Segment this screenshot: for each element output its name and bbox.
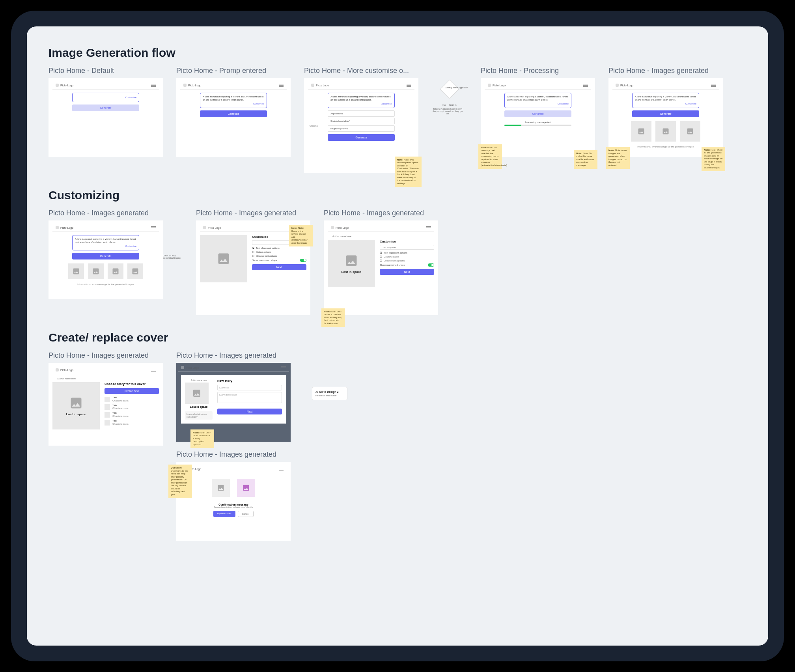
- artboard-customise-preview[interactable]: Picto Home - Images generated Picto Logo…: [324, 209, 438, 315]
- menu-icon[interactable]: [279, 84, 284, 87]
- design-canvas[interactable]: Image Generation flow Picto Home - Defau…: [27, 26, 768, 646]
- artboard-default[interactable]: Picto Home - Default Picto Logo Customis…: [49, 67, 163, 157]
- prompt-input[interactable]: A lone astronaut exploring a vibrant, bi…: [504, 93, 571, 108]
- sticky-note[interactable]: Note: Note: No message text here but the…: [478, 144, 502, 169]
- menu-icon[interactable]: [583, 84, 588, 87]
- prompt-input[interactable]: A lone astronaut exploring a vibrant, bi…: [632, 93, 699, 108]
- generate-button[interactable]: Generate: [632, 110, 699, 117]
- sticky-note[interactable]: Question: Question: do we need this step…: [168, 465, 192, 498]
- logo-icon: [331, 226, 334, 229]
- image-placeholder[interactable]: [680, 121, 700, 142]
- toggle-switch[interactable]: [428, 263, 434, 267]
- next-button[interactable]: Next: [252, 264, 306, 270]
- customise-link[interactable]: Customise: [685, 103, 696, 106]
- title-input[interactable]: Lost in space: [380, 245, 434, 250]
- menu-icon[interactable]: [151, 226, 156, 229]
- image-placeholder[interactable]: [88, 263, 104, 279]
- colour-option[interactable]: Colour options: [252, 251, 306, 253]
- story-thumb-icon: [105, 404, 110, 410]
- sticky-note[interactable]: Note: Note: user must have name + story …: [190, 429, 214, 448]
- redirect-card[interactable]: AI Go to Design 2 Redirects into editor: [312, 387, 347, 400]
- artboard-processing[interactable]: Picto Home - Processing Picto Logo A lon…: [481, 67, 595, 157]
- menu-icon[interactable]: [151, 84, 156, 87]
- prompt-input[interactable]: A lone astronaut exploring a vibrant, bi…: [200, 93, 267, 108]
- story-item[interactable]: TitleChapters count: [105, 420, 159, 426]
- image-placeholder[interactable]: [68, 263, 84, 279]
- diamond-icon: Already a user logged in?: [440, 80, 459, 99]
- menu-icon[interactable]: [279, 468, 284, 470]
- preview-image[interactable]: [200, 235, 247, 282]
- create-new-button[interactable]: Create new: [105, 388, 159, 394]
- radio-icon: [252, 247, 254, 249]
- alignment-option[interactable]: Text alignment options: [252, 247, 306, 249]
- prompt-input[interactable]: A lone astronaut exploring a vibrant, bi…: [72, 235, 139, 250]
- generate-button[interactable]: Generate: [200, 110, 267, 117]
- artboard-prompt-entered[interactable]: Picto Home - Promp entered Picto Logo A …: [176, 67, 291, 157]
- current-cover[interactable]: [212, 479, 230, 497]
- colour-option[interactable]: Colour options: [380, 256, 434, 258]
- generate-button[interactable]: Generate: [328, 134, 395, 141]
- prompt-text: A lone astronaut exploring a vibrant, bi…: [330, 95, 391, 101]
- option-negative[interactable]: Negative prompt: [328, 125, 395, 132]
- artboard-images-generated[interactable]: Picto Home - Images generated Picto Logo…: [49, 209, 163, 299]
- generate-button[interactable]: Generate: [72, 253, 139, 259]
- sticky-note[interactable]: Note: Note: To make this more usable add…: [574, 150, 597, 169]
- update-cover-button[interactable]: Update cover: [213, 511, 235, 517]
- font-option[interactable]: Choose font options: [380, 259, 434, 262]
- prompt-input[interactable]: Customise: [72, 93, 139, 102]
- image-icon: [217, 484, 225, 492]
- artboard-customise-panel[interactable]: Picto Home - Images generated Picto Logo…: [196, 209, 310, 315]
- option-style[interactable]: Style (placeholder): [328, 118, 395, 124]
- font-option[interactable]: Choose font options: [252, 255, 306, 257]
- modal-next-button[interactable]: Next: [217, 409, 282, 414]
- toggle-option[interactable]: Show maintained shape: [380, 263, 434, 267]
- customise-link[interactable]: Customise: [125, 96, 136, 99]
- image-placeholder[interactable]: [631, 121, 651, 142]
- flow-row-generation: Picto Home - Default Picto Logo Customis…: [49, 67, 746, 173]
- preview-image[interactable]: Lost in space: [52, 382, 100, 429]
- menu-icon[interactable]: [407, 84, 411, 87]
- generate-button[interactable]: Generate: [72, 105, 139, 111]
- image-placeholder[interactable]: [127, 263, 143, 279]
- image-placeholder[interactable]: [655, 121, 676, 142]
- customise-link[interactable]: Customise: [125, 245, 136, 248]
- menu-icon[interactable]: [426, 226, 431, 229]
- artboard-customise-options[interactable]: Picto Home - More customise o... Picto L…: [304, 67, 418, 173]
- preview-image[interactable]: Lost in space: [328, 240, 375, 287]
- annotation-click-any: Click on any generated image: [163, 254, 187, 259]
- story-list: Choose story for this cover Create new T…: [105, 382, 159, 429]
- menu-icon[interactable]: [711, 84, 716, 87]
- sticky-note[interactable]: Note: Note: this custom panel opens on c…: [395, 157, 422, 187]
- alignment-option[interactable]: Text alignment options: [380, 252, 434, 254]
- customise-link[interactable]: Customise: [253, 103, 264, 106]
- sticky-note[interactable]: Note: Note: once images are generated sh…: [606, 147, 630, 169]
- decision-node[interactable]: Already a user logged in? No → Sign in T…: [432, 82, 467, 115]
- next-button[interactable]: Next: [380, 269, 434, 275]
- toggle-switch[interactable]: [300, 259, 306, 262]
- toggle-option[interactable]: Show maintained shape: [252, 259, 306, 262]
- sticky-note[interactable]: Note: Note: show all the generated image…: [702, 147, 725, 172]
- story-item[interactable]: TitleChapters count: [105, 412, 159, 418]
- menu-icon[interactable]: [151, 369, 156, 371]
- modal-desc-input[interactable]: Story description: [217, 392, 282, 403]
- artboard-replace-cover[interactable]: Picto Home - Images generated Picto Logo…: [176, 450, 291, 541]
- generate-button[interactable]: Generate: [504, 110, 571, 117]
- artboard-choose-story[interactable]: Picto Home - Images generated Picto Logo…: [49, 351, 163, 446]
- artboard-images-generated[interactable]: Picto Home - Images generated Picto Logo…: [608, 67, 723, 157]
- modal-title-input[interactable]: Story title: [217, 385, 282, 390]
- artboard-new-story-modal[interactable]: Picto Home - Images generated Picto Logo…: [176, 351, 291, 442]
- options-panel: Aspect ratio Style (placeholder) Negativ…: [328, 110, 395, 132]
- customise-link[interactable]: Customise: [558, 103, 569, 106]
- option-aspect[interactable]: Aspect ratio: [328, 110, 395, 117]
- image-placeholder[interactable]: [108, 263, 123, 279]
- sticky-note[interactable]: Note: Note: Expand the styling into an e…: [289, 225, 313, 246]
- sticky-note[interactable]: Note: Note: user to see a preview when e…: [321, 308, 345, 327]
- branch-no: No → Sign in: [432, 104, 467, 106]
- story-item[interactable]: TitleChapters count: [105, 404, 159, 411]
- image-icon: [662, 127, 670, 135]
- prompt-input[interactable]: A lone astronaut exploring a vibrant, bi…: [328, 93, 395, 108]
- cancel-button[interactable]: Cancel: [238, 511, 254, 517]
- new-cover[interactable]: [237, 479, 255, 497]
- customise-link[interactable]: Customise: [381, 103, 392, 106]
- story-item[interactable]: TitleChapters count: [105, 396, 159, 403]
